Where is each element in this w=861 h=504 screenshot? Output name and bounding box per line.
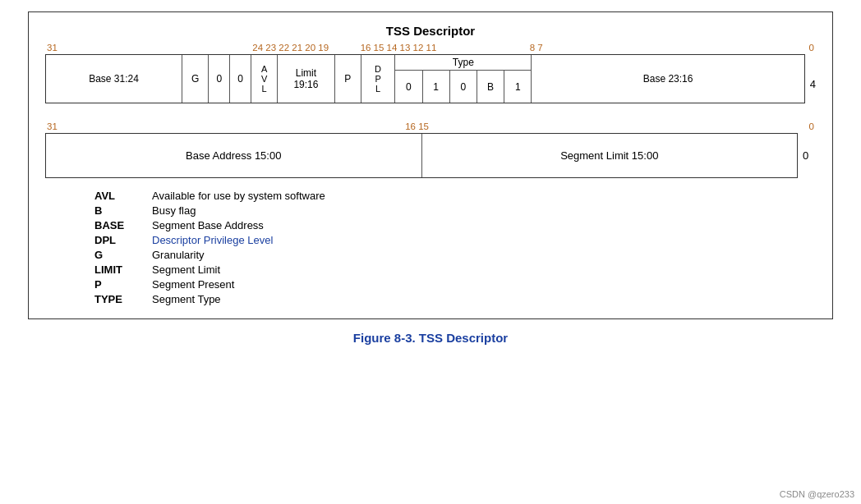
cell-base2316: Base 23:16 [532,55,803,103]
outer-box: TSS Descriptor 31 24 23 22 21 20 19 16 1… [28,11,833,319]
diagram-title: TSS Descriptor [45,24,816,38]
legend-val-avl: Available for use by system software [152,190,816,202]
bottom-bit-labels: 31 16 15 0 [45,121,816,131]
legend-key-limit: LIMIT [94,263,152,276]
type-bit-1: 1 [423,71,450,103]
figure-caption: Figure 8-3. TSS Descriptor [353,331,508,345]
cell-base-addr: Base Address 15:00 [46,134,422,177]
row4-index: 4 [810,78,816,90]
row0-table: Base Address 15:00 Segment Limit 15:00 [45,133,798,178]
type-bit-b: B [477,71,504,103]
legend-key-avl: AVL [94,190,152,202]
legend-val-base: Segment Base Address [152,219,816,231]
legend-val-p: Segment Present [152,278,816,291]
cell-seg-limit: Segment Limit 15:00 [422,134,798,177]
cell-type: Type 0 1 0 B 1 [395,55,532,103]
cell-p: P [335,55,361,103]
cell-zero2: 0 [230,55,251,103]
legend-key-dpl: DPL [94,234,152,246]
type-bit-1b: 1 [504,71,531,103]
legend-key-g: G [94,249,152,261]
type-bit-0a: 0 [395,71,422,103]
row0-index: 0 [803,149,808,162]
legend-key-p: P [94,278,152,291]
row4-wrapper: Base 31:24 G 0 0 AVL Limit19:16 P DPL Ty… [45,54,816,113]
legend-val-b: Busy flag [152,204,816,217]
watermark: CSDN @qzero233 [780,489,854,499]
cell-base3124: Base 31:24 [46,55,182,103]
legend: AVL Available for use by system software… [45,190,816,305]
cell-g: G [182,55,209,103]
type-bit-0b: 0 [450,71,477,103]
legend-key-type: TYPE [94,293,152,305]
legend-val-dpl: Descriptor Privilege Level [152,234,816,246]
row0-wrapper: Base Address 15:00 Segment Limit 15:00 0 [45,133,816,178]
legend-val-limit: Segment Limit [152,263,816,276]
cell-limit1916: Limit19:16 [278,55,334,103]
legend-val-type: Segment Type [152,293,816,305]
legend-key-base: BASE [94,219,152,231]
cell-dpl: DPL [361,55,396,103]
cell-zero1: 0 [209,55,230,103]
cell-avl: AVL [251,55,278,103]
row4-table: Base 31:24 G 0 0 AVL Limit19:16 P DPL Ty… [45,54,805,103]
top-bit-labels: 31 24 23 22 21 20 19 16 15 14 13 12 11 8… [45,43,816,53]
legend-val-g: Granularity [152,249,816,261]
legend-key-b: B [94,204,152,217]
